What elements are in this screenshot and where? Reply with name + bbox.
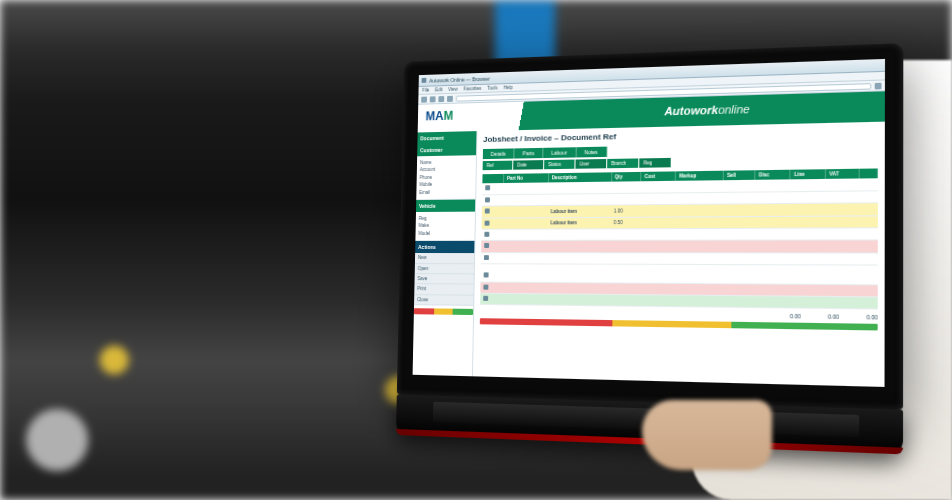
col-header[interactable]: Cost — [641, 171, 676, 181]
search-icon[interactable] — [875, 82, 882, 89]
row-icon — [484, 273, 489, 278]
tab-notes[interactable]: Notes — [576, 146, 607, 157]
table-cell — [702, 283, 736, 295]
line-items-table: Part NoDescriptionQtyCostMarkupSellDiscL… — [481, 168, 878, 265]
table-cell: Labour item — [547, 217, 610, 229]
table-cell — [480, 293, 538, 305]
table-row[interactable] — [481, 252, 877, 265]
table-cell — [755, 216, 790, 228]
total-value: 0.00 — [846, 314, 878, 321]
main-panel: Jobsheet / Invoice – Document Ref Detail… — [473, 122, 885, 387]
sidebar-head-actions: Actions — [415, 241, 474, 253]
table-cell — [806, 296, 842, 309]
table-cell — [481, 229, 502, 241]
table-cell — [825, 253, 859, 265]
sidebar-row: Email — [419, 188, 472, 196]
table-cell — [611, 182, 641, 194]
tab-labour[interactable]: Labour — [543, 147, 576, 158]
menu-help[interactable]: Help — [503, 85, 512, 90]
table-cell — [602, 294, 635, 306]
back-icon[interactable] — [421, 96, 427, 102]
table-cell — [538, 294, 570, 306]
reload-icon[interactable] — [438, 96, 444, 102]
table-cell — [502, 229, 547, 241]
sidebar-btn-new[interactable]: New — [415, 253, 474, 264]
table-cell — [859, 215, 877, 228]
table-cell — [676, 181, 724, 193]
table-cell — [675, 252, 723, 264]
table-cell — [825, 203, 859, 216]
table-cell — [548, 193, 611, 205]
col-header[interactable]: VAT — [826, 169, 860, 180]
table-cell — [859, 203, 877, 216]
sidebar-btn-close[interactable]: Close — [414, 295, 473, 306]
col-header[interactable]: Disc — [755, 170, 790, 180]
table-cell: 1.00 — [611, 205, 641, 217]
table-cell — [610, 241, 640, 253]
sidebar-row: Model — [418, 230, 471, 238]
table-cell — [771, 272, 806, 284]
sidebar-row: Make — [418, 222, 471, 230]
tab-details[interactable]: Details — [483, 148, 515, 159]
sidebar-btn-open[interactable]: Open — [415, 264, 474, 275]
col-header[interactable] — [859, 168, 877, 178]
app-title: Autoworkonline — [664, 103, 750, 119]
table-cell — [723, 204, 755, 216]
app-logo[interactable]: MAM — [425, 109, 453, 124]
menu-edit[interactable]: Edit — [435, 87, 443, 92]
table-cell — [611, 193, 641, 205]
table-cell — [669, 295, 703, 307]
menu-tools[interactable]: Tools — [487, 85, 497, 90]
table-cell — [723, 228, 755, 240]
tab-parts[interactable]: Parts — [515, 147, 544, 158]
table-cell — [675, 204, 723, 216]
table-cell — [723, 253, 755, 265]
table-cell — [790, 203, 825, 216]
col-header[interactable]: Sell — [723, 170, 755, 180]
table-cell — [790, 191, 825, 204]
row-icon — [483, 284, 488, 289]
table-cell — [570, 294, 603, 306]
table-cell — [482, 206, 503, 218]
row-icon — [485, 209, 490, 214]
row-icon — [484, 255, 489, 260]
info-cell: Ref — [483, 160, 513, 170]
col-header[interactable]: Markup — [676, 171, 724, 182]
col-header[interactable]: Line — [790, 169, 825, 180]
sidebar-btn-save[interactable]: Save — [414, 274, 473, 285]
menu-favorites[interactable]: Favorites — [463, 86, 481, 92]
col-header[interactable]: Part No — [503, 173, 548, 183]
menu-view[interactable]: View — [448, 87, 457, 92]
table-cell — [603, 282, 636, 294]
table-cell — [736, 283, 771, 296]
table-cell — [842, 284, 878, 297]
table-cell — [635, 283, 668, 295]
table-cell — [548, 182, 611, 194]
table-cell — [640, 241, 675, 253]
sidebar-head-vehicle: Vehicle — [416, 199, 475, 212]
sidebar-btn-print[interactable]: Print — [414, 284, 473, 295]
table-cell — [538, 271, 570, 282]
row-icon — [485, 220, 490, 225]
table-cell — [859, 179, 877, 191]
table-cell — [755, 180, 790, 192]
table-row[interactable] — [481, 228, 877, 241]
col-header[interactable] — [482, 174, 503, 184]
table-row[interactable] — [481, 240, 877, 252]
menu-file[interactable]: File — [422, 88, 429, 93]
table-cell — [806, 272, 842, 284]
table-cell — [640, 217, 675, 229]
sidebar-customer-section: Name Account Phone Mobile Email — [416, 155, 476, 200]
table-row[interactable] — [480, 293, 878, 309]
forward-icon[interactable] — [430, 96, 436, 102]
laptop: Autowork Online — Browser File Edit View… — [396, 43, 903, 454]
table-cell — [641, 181, 676, 193]
home-icon[interactable] — [447, 95, 453, 101]
info-cell: Branch — [607, 158, 638, 168]
laptop-screen: Autowork Online — Browser File Edit View… — [413, 59, 885, 387]
col-header[interactable]: Qty — [611, 172, 641, 182]
table-cell — [755, 240, 790, 252]
line-items-table-2 — [480, 270, 878, 309]
table-cell — [771, 296, 806, 309]
table-cell — [825, 240, 859, 252]
